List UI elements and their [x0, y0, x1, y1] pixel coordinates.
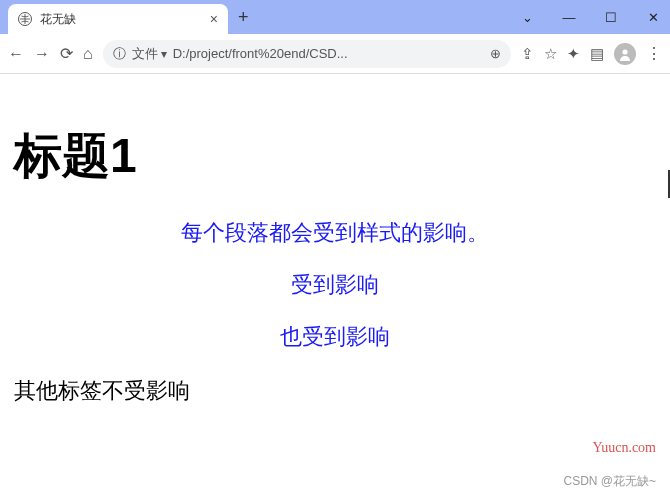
new-tab-button[interactable]: + — [238, 7, 249, 28]
search-icon[interactable]: ⊕ — [490, 46, 501, 61]
menu-icon[interactable]: ⋮ — [646, 44, 662, 63]
url-text: D:/project/front%20end/CSD... — [173, 46, 484, 61]
maximize-button[interactable]: ☐ — [602, 10, 620, 25]
browser-toolbar: ← → ⟳ ⌂ ⓘ 文件 ▾ D:/project/front%20end/CS… — [0, 34, 670, 74]
back-icon[interactable]: ← — [8, 45, 24, 63]
reload-icon[interactable]: ⟳ — [60, 44, 73, 63]
globe-icon — [18, 12, 32, 26]
browser-tab[interactable]: 花无缺 × — [8, 4, 228, 34]
close-button[interactable]: ✕ — [644, 10, 662, 25]
file-chip: 文件 ▾ — [132, 45, 167, 63]
paragraph-3: 也受到影响 — [14, 322, 656, 352]
watermark-site: Yuucn.com — [593, 440, 656, 456]
tab-title: 花无缺 — [40, 11, 202, 28]
star-icon[interactable]: ☆ — [544, 45, 557, 63]
watermark-author: CSDN @花无缺~ — [563, 473, 656, 490]
heading-1: 标题1 — [14, 124, 656, 188]
address-bar[interactable]: ⓘ 文件 ▾ D:/project/front%20end/CSD... ⊕ — [103, 40, 511, 68]
caret-down-icon[interactable]: ⌄ — [518, 10, 536, 25]
paragraph-2: 受到影响 — [14, 270, 656, 300]
window-titlebar: 花无缺 × + ⌄ — ☐ ✕ — [0, 0, 670, 34]
paragraph-1: 每个段落都会受到样式的影响。 — [14, 218, 656, 248]
share-icon[interactable]: ⇪ — [521, 45, 534, 63]
svg-point-1 — [622, 49, 627, 54]
plain-text: 其他标签不受影响 — [14, 376, 656, 406]
reading-list-icon[interactable]: ▤ — [590, 45, 604, 63]
minimize-button[interactable]: — — [560, 10, 578, 25]
page-content: 标题1 每个段落都会受到样式的影响。 受到影响 也受到影响 其他标签不受影响 — [0, 74, 670, 424]
extensions-icon[interactable]: ✦ — [567, 45, 580, 63]
forward-icon[interactable]: → — [34, 45, 50, 63]
window-controls: ⌄ — ☐ ✕ — [518, 10, 662, 25]
home-icon[interactable]: ⌂ — [83, 45, 93, 63]
info-icon: ⓘ — [113, 45, 126, 63]
tab-close-icon[interactable]: × — [210, 11, 218, 27]
avatar[interactable] — [614, 43, 636, 65]
